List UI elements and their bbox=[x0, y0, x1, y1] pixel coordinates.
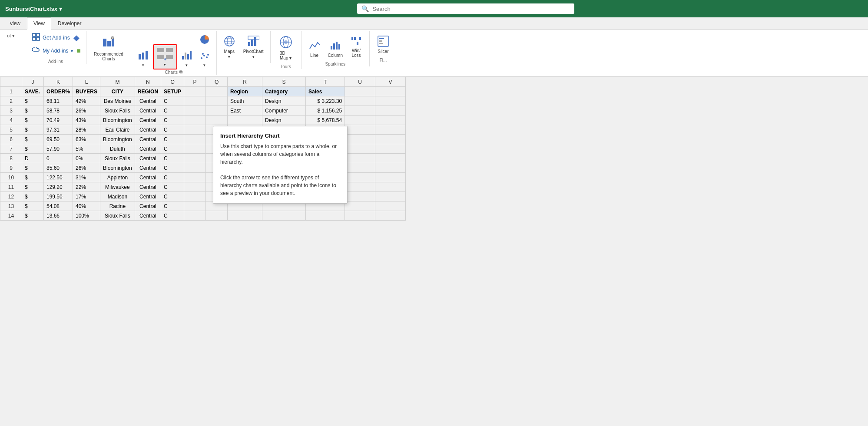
svg-rect-34 bbox=[251, 40, 253, 46]
cell-u1[interactable] bbox=[345, 87, 375, 96]
line-sparkline-icon bbox=[309, 40, 320, 52]
search-bar[interactable]: 🔍 bbox=[357, 3, 574, 14]
cell-s2[interactable]: Design bbox=[262, 96, 306, 106]
cell-t2[interactable]: $ 3,223.30 bbox=[306, 96, 345, 106]
svg-rect-2 bbox=[33, 37, 36, 40]
cell-p1[interactable] bbox=[184, 87, 206, 96]
sparklines-group-label: Sparklines bbox=[325, 62, 345, 66]
filename-dropdown-arrow[interactable]: ▾ bbox=[59, 6, 62, 12]
column-sparkline-label: Column bbox=[328, 53, 343, 58]
filename[interactable]: SunburstChart.xlsx ▾ bbox=[5, 6, 62, 12]
svg-point-25 bbox=[206, 56, 208, 58]
cell-n1[interactable]: REGION bbox=[135, 87, 161, 96]
pie-chart-button[interactable] bbox=[196, 32, 213, 49]
cell-o2[interactable]: C bbox=[161, 96, 184, 106]
svg-rect-43 bbox=[336, 42, 338, 50]
scatter-chart-button[interactable]: ▾ bbox=[197, 50, 212, 69]
maps-dropdown[interactable]: ▾ bbox=[228, 55, 230, 59]
cell-v1[interactable] bbox=[375, 87, 406, 96]
search-icon: 🔍 bbox=[361, 5, 369, 12]
cell-n2[interactable]: Central bbox=[135, 96, 161, 106]
line-sparkline-label: Line bbox=[310, 53, 318, 58]
svg-point-24 bbox=[203, 55, 205, 56]
my-addins-label: My Add-ins bbox=[43, 48, 68, 54]
charts-dialog-launcher[interactable]: ⧉ bbox=[179, 69, 182, 75]
pivotchart-dropdown[interactable]: ▾ bbox=[252, 55, 255, 59]
bar-dropdown-arrow[interactable]: ▾ bbox=[142, 63, 144, 67]
cell-r2[interactable]: South bbox=[228, 96, 262, 106]
cell-l2[interactable]: 42% bbox=[73, 96, 100, 106]
slicer-button[interactable]: Slicer bbox=[374, 33, 392, 56]
ot-dropdown[interactable]: ot ▾ bbox=[7, 31, 15, 40]
col-header-t: T bbox=[306, 77, 345, 87]
stat-dropdown-arrow[interactable]: ▾ bbox=[186, 63, 188, 67]
svg-rect-46 bbox=[354, 37, 356, 40]
cell-k2[interactable]: 68.11 bbox=[44, 96, 73, 106]
cell-j1[interactable]: SAVE. bbox=[22, 87, 44, 96]
tab-developer[interactable]: Developer bbox=[51, 17, 88, 30]
tooltip-title: Insert Hierarchy Chart bbox=[220, 132, 340, 139]
cell-m1[interactable]: CITY bbox=[100, 87, 135, 96]
hierarchy-tooltip: Insert Hierarchy Chart Use this chart ty… bbox=[213, 126, 348, 204]
svg-rect-36 bbox=[248, 36, 259, 40]
cell-r1[interactable]: Region bbox=[228, 87, 262, 96]
get-addins-label: Get Add-ins bbox=[43, 35, 70, 41]
stat-chart-button[interactable]: ▾ bbox=[178, 48, 195, 69]
recommended-charts-icon: ? bbox=[102, 35, 115, 51]
scatter-dropdown-arrow[interactable]: ▾ bbox=[203, 63, 205, 67]
cloud-icon bbox=[32, 47, 40, 55]
hierarchy-chart-icon bbox=[156, 47, 174, 62]
addin-get-button[interactable]: Get Add-ins bbox=[30, 32, 72, 43]
cell-t1[interactable]: Sales bbox=[306, 87, 345, 96]
cell-j2[interactable]: $ bbox=[22, 96, 44, 106]
hierarchy-chart-button[interactable]: ▾ bbox=[153, 44, 177, 69]
svg-rect-47 bbox=[357, 42, 358, 45]
hierarchy-dropdown-arrow[interactable]: ▾ bbox=[164, 63, 166, 67]
col-header-o: O bbox=[161, 77, 184, 87]
tours-group-label: Tours bbox=[280, 64, 291, 69]
svg-rect-5 bbox=[107, 41, 111, 46]
svg-rect-33 bbox=[248, 42, 250, 46]
cell-k1[interactable]: ORDER% bbox=[44, 87, 73, 96]
line-sparkline-button[interactable]: Line bbox=[306, 38, 323, 60]
get-addins-icon bbox=[32, 33, 40, 43]
col-header-u: U bbox=[345, 77, 375, 87]
search-input[interactable] bbox=[372, 6, 570, 12]
maps-button[interactable]: Maps ▾ bbox=[220, 33, 239, 61]
cell-s1[interactable]: Category bbox=[262, 87, 306, 96]
row-num: 1 bbox=[0, 87, 22, 96]
charts-group: ▾ ▾ bbox=[131, 31, 217, 75]
svg-rect-41 bbox=[331, 46, 332, 50]
scroll-area[interactable]: J K L M N O P Q R S T U V 1 bbox=[0, 77, 868, 426]
table-row: 4 $ 70.49 43% Bloomington Central C Desi… bbox=[0, 116, 406, 125]
tooltip-text: Use this chart type to compare parts to … bbox=[220, 142, 340, 197]
cell-o1[interactable]: SETUP bbox=[161, 87, 184, 96]
bar-chart-button[interactable]: ▾ bbox=[135, 48, 152, 69]
3dmap-button[interactable]: 3DMap ▾ bbox=[276, 33, 296, 63]
tab-view[interactable]: View bbox=[27, 17, 51, 30]
svg-rect-17 bbox=[165, 58, 166, 60]
bar-chart-icon bbox=[138, 50, 149, 62]
tab-review[interactable]: view bbox=[3, 17, 27, 30]
svg-rect-14 bbox=[157, 55, 164, 59]
winloss-sparkline-label: Win/Loss bbox=[351, 48, 361, 58]
winloss-sparkline-button[interactable]: Win/Loss bbox=[348, 33, 365, 60]
addins-group-label: Add-ins bbox=[30, 59, 81, 64]
svg-rect-21 bbox=[190, 51, 192, 59]
svg-rect-4 bbox=[103, 39, 106, 46]
recommended-charts-button[interactable]: ? RecommendedCharts bbox=[91, 33, 126, 63]
pivotchart-button[interactable]: PivotChart ▾ bbox=[240, 33, 267, 61]
svg-rect-50 bbox=[379, 38, 384, 39]
svg-rect-48 bbox=[359, 37, 361, 40]
spreadsheet-area: J K L M N O P Q R S T U V 1 bbox=[0, 77, 868, 426]
my-addins-button[interactable]: My Add-ins ▾ bbox=[30, 46, 75, 56]
cell-m2[interactable]: Des Moines bbox=[100, 96, 135, 106]
svg-rect-13 bbox=[166, 48, 173, 52]
cell-q1[interactable] bbox=[206, 87, 228, 96]
cell-l1[interactable]: BUYERS bbox=[73, 87, 100, 96]
col-header-n: N bbox=[135, 77, 161, 87]
blue-diamond-icon: ◆ bbox=[73, 33, 80, 43]
svg-point-27 bbox=[207, 54, 209, 56]
column-sparkline-button[interactable]: Column bbox=[325, 38, 346, 60]
my-addins-dropdown[interactable]: ▾ bbox=[71, 49, 73, 53]
